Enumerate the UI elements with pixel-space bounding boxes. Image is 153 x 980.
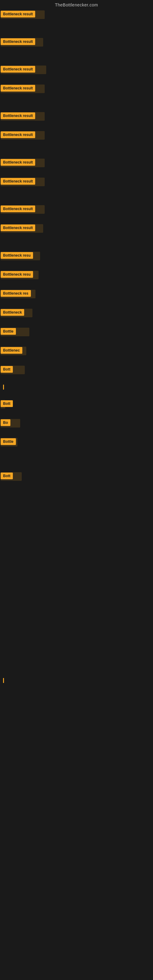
bottleneck-badge-2: Bottleneck result — [1, 38, 35, 45]
result-row-14: Bottleneck — [0, 308, 153, 318]
gap-12 — [0, 280, 153, 289]
result-row-8: Bottleneck result — [0, 177, 153, 187]
gap-2 — [0, 47, 153, 65]
result-row-21: Bottle — [0, 438, 153, 447]
bottleneck-badge-17: Bott — [1, 366, 13, 373]
result-row-20: Bo — [0, 418, 153, 428]
bottleneck-badge-5: Bottleneck result — [1, 112, 35, 119]
bottleneck-badge-3: Bottleneck result — [1, 66, 35, 73]
bottleneck-badge-21: Bottle — [1, 438, 16, 445]
gap-22 — [0, 481, 153, 530]
bottleneck-badge-10: Bottleneck result — [1, 224, 35, 231]
gap-9 — [0, 215, 153, 224]
result-row-5: Bottleneck result — [0, 111, 153, 121]
bottleneck-badge-8: Bottleneck result — [1, 178, 35, 185]
gap-4 — [0, 94, 153, 111]
bottleneck-badge-11: Bottleneck resu — [1, 252, 33, 259]
gap-8 — [0, 187, 153, 205]
result-row-10: Bottleneck result — [0, 224, 153, 233]
gap-3 — [0, 75, 153, 84]
gap-19 — [0, 409, 153, 418]
bottleneck-badge-12: Bottleneck resu — [1, 271, 33, 278]
result-row-9: Bottleneck result — [0, 205, 153, 215]
bottleneck-badge-7: Bottleneck result — [1, 159, 35, 166]
site-title: TheBottlenecker.com — [0, 0, 153, 10]
gap-6 — [0, 140, 153, 158]
gap-22c — [0, 579, 153, 628]
bottleneck-badge-9: Bottleneck result — [1, 205, 35, 212]
result-row-16: Bottlenec — [0, 346, 153, 356]
bottleneck-badge-22: Bott — [1, 473, 13, 479]
result-row-13: Bottleneck res — [0, 289, 153, 299]
gap-7 — [0, 168, 153, 177]
page-container: TheBottlenecker.com Bottleneck result Bo… — [0, 0, 153, 733]
gap-15 — [0, 337, 153, 346]
gap-20 — [0, 428, 153, 438]
result-row-12: Bottleneck resu — [0, 270, 153, 280]
result-row-18 — [0, 384, 153, 390]
result-row-7: Bottleneck result — [0, 158, 153, 168]
result-row-4: Bottleneck result — [0, 84, 153, 94]
gap-11 — [0, 261, 153, 270]
bottleneck-badge-14: Bottleneck — [1, 309, 24, 316]
result-row-22: Bott — [0, 472, 153, 481]
result-row-6: Bottleneck result — [0, 130, 153, 140]
result-row-15: Bottle — [0, 327, 153, 337]
gap-1 — [0, 20, 153, 37]
result-row-1: Bottleneck result — [0, 10, 153, 20]
bottleneck-badge-4: Bottleneck result — [1, 85, 35, 92]
gap-22b — [0, 530, 153, 579]
gap-23 — [0, 684, 153, 733]
result-row-19: Bott — [0, 399, 153, 409]
gap-16 — [0, 356, 153, 365]
bottleneck-badge-15: Bottle — [1, 328, 16, 335]
gap-18 — [0, 390, 153, 399]
gap-17 — [0, 375, 153, 384]
gap-22d — [0, 628, 153, 678]
bottleneck-badge-1: Bottleneck result — [1, 11, 35, 18]
result-row-23 — [0, 678, 153, 684]
bottleneck-badge-6: Bottleneck result — [1, 131, 35, 138]
gap-10 — [0, 233, 153, 251]
result-row-17: Bott — [0, 365, 153, 375]
result-row-3: Bottleneck result — [0, 65, 153, 75]
bottleneck-badge-20: Bo — [1, 419, 10, 426]
bottleneck-badge-16: Bottlenec — [1, 347, 22, 354]
gap-5 — [0, 121, 153, 130]
vertical-indicator-2 — [3, 678, 4, 683]
result-row-2: Bottleneck result — [0, 37, 153, 47]
result-row-11: Bottleneck resu — [0, 251, 153, 261]
vertical-indicator-1 — [3, 385, 4, 390]
gap-14 — [0, 318, 153, 327]
bottleneck-badge-19: Bott — [1, 400, 13, 407]
gap-21 — [0, 447, 153, 472]
bottleneck-badge-13: Bottleneck res — [1, 290, 31, 297]
gap-13 — [0, 299, 153, 308]
